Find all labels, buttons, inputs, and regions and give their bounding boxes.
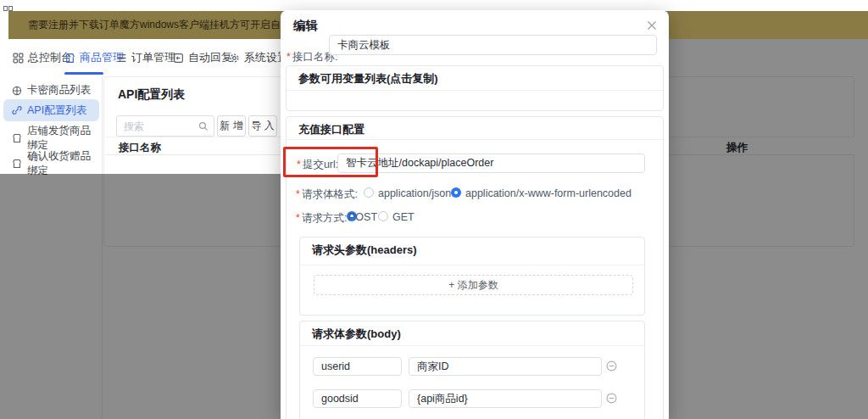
remove-param-icon[interactable] xyxy=(606,393,617,404)
tab-system-settings[interactable]: 系统设置 xyxy=(229,49,288,66)
request-method-label: *请求方式: xyxy=(296,211,347,226)
radio-application-json[interactable] xyxy=(364,187,374,198)
sidebar-item-api-config-list[interactable]: API配置列表 xyxy=(3,99,99,121)
page-title: API配置列表 xyxy=(118,87,185,103)
search-icon[interactable] xyxy=(198,121,209,131)
auto-reply-icon xyxy=(173,53,184,64)
shop-bind-icon xyxy=(12,133,22,143)
body-param-value-input[interactable] xyxy=(409,389,602,408)
body-param-key-input[interactable] xyxy=(313,389,402,408)
gear-icon xyxy=(229,53,240,64)
body-param-value-input[interactable] xyxy=(409,357,602,376)
modal-scrim-right xyxy=(669,39,868,419)
radio-form-urlencoded[interactable] xyxy=(451,187,461,198)
headers-params-card: 请求头参数(headers) + 添加参数 xyxy=(299,237,645,316)
required-mark: * xyxy=(296,212,300,224)
sidebar-item-label: API配置列表 xyxy=(27,103,86,118)
headers-card-title: 请求头参数(headers) xyxy=(312,243,417,258)
required-mark: * xyxy=(287,51,291,63)
tab-label: 订单管理 xyxy=(131,50,175,65)
submit-url-input[interactable] xyxy=(337,154,645,173)
variables-card-title: 参数可用变量列表(点击复制) xyxy=(298,71,438,87)
dashboard-icon xyxy=(13,53,24,64)
tab-goods-management[interactable]: 商品管理 xyxy=(64,49,124,66)
interface-name-input[interactable] xyxy=(329,35,657,55)
remove-param-icon[interactable] xyxy=(606,360,617,372)
close-icon[interactable] xyxy=(646,20,658,31)
variables-card: 参数可用变量列表(点击复制) xyxy=(286,65,664,111)
tab-auto-reply[interactable]: 自动回复 xyxy=(173,49,232,66)
divider xyxy=(300,265,644,265)
radio-get[interactable] xyxy=(378,211,388,221)
body-card-title: 请求体参数(body) xyxy=(312,327,401,342)
order-list-icon xyxy=(116,53,127,64)
red-highlight-annotation xyxy=(283,147,378,177)
divider xyxy=(300,345,644,346)
tab-label: 自动回复 xyxy=(188,50,232,65)
dialog-title: 编辑 xyxy=(293,18,318,34)
divider xyxy=(287,139,663,140)
sidebar-item-shop-delivery-bind[interactable]: 店铺发货商品绑定 xyxy=(3,127,99,148)
body-format-label: *请求体格式: xyxy=(296,187,358,202)
add-header-param-button[interactable]: + 添加参数 xyxy=(314,275,633,295)
card-goods-icon xyxy=(12,86,22,96)
radio-label-form-urlencoded[interactable]: application/x-www-form-urlencoded xyxy=(465,187,632,199)
gift-bind-icon xyxy=(12,159,22,169)
divider xyxy=(287,90,663,91)
tab-dashboard[interactable]: 总控制台 xyxy=(13,49,72,66)
goods-icon xyxy=(64,53,75,64)
radio-label-get[interactable]: GET xyxy=(392,211,415,223)
modal-scrim-left xyxy=(0,174,281,419)
link-icon xyxy=(12,105,22,115)
recharge-card-title: 充值接口配置 xyxy=(298,122,364,137)
required-mark: * xyxy=(296,188,300,200)
sidebar-item-card-goods-list[interactable]: 卡密商品列表 xyxy=(3,80,99,101)
search-input[interactable] xyxy=(124,117,198,135)
edit-dialog: 编辑 *接口名称: 参数可用变量列表(点击复制) 充值接口配置 *提交url: … xyxy=(281,10,669,419)
body-param-key-input[interactable] xyxy=(313,357,402,376)
tab-order-management[interactable]: 订单管理 xyxy=(116,49,175,66)
import-button[interactable]: 导 入 xyxy=(248,115,277,137)
column-header-name: 接口名称 xyxy=(119,141,161,155)
radio-label-application-json[interactable]: application/json xyxy=(378,187,451,199)
sidebar-item-confirm-receipt-gift-bind[interactable]: 确认收货赠品绑定 xyxy=(3,153,99,174)
active-tab-underline xyxy=(64,72,103,75)
search-box xyxy=(116,115,214,137)
radio-label-post[interactable]: POST xyxy=(348,211,377,223)
add-button[interactable]: 新 增 xyxy=(217,115,246,137)
sidebar-item-label: 卡密商品列表 xyxy=(27,83,91,98)
body-params-card: 请求体参数(body) xyxy=(299,321,645,419)
sidebar-item-label: 店铺发货商品绑定 xyxy=(27,124,99,153)
